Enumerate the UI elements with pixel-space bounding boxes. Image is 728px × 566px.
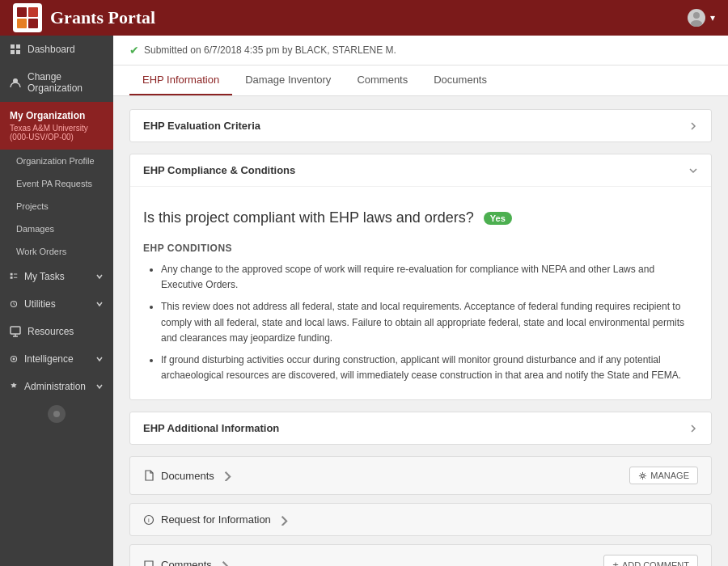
org-profile-label: Organization Profile	[16, 156, 95, 166]
sidebar-dashboard-label: Dashboard	[28, 44, 75, 55]
tab-ehp-information[interactable]: EHP Information	[129, 65, 232, 95]
add-comment-plus: +	[612, 559, 619, 566]
sidebar-change-org-label: Change Organization	[28, 71, 104, 94]
sidebar-item-dashboard[interactable]: Dashboard	[0, 36, 113, 63]
svg-rect-3	[28, 19, 38, 28]
svg-rect-7	[16, 44, 20, 49]
svg-rect-8	[11, 50, 15, 54]
svg-rect-13	[11, 277, 13, 279]
ehp-evaluation-header[interactable]: EHP Evaluation Criteria	[130, 110, 711, 142]
conditions-title: EHP Conditions	[143, 243, 698, 254]
documents-section[interactable]: Documents MANAGE	[129, 456, 712, 495]
sidebar-item-damages[interactable]: Damages	[0, 218, 113, 240]
ehp-evaluation-title: EHP Evaluation Criteria	[143, 120, 260, 132]
sidebar: Dashboard Change Organization My Organiz…	[0, 36, 113, 566]
ehp-additional-title: EHP Additional Information	[143, 422, 279, 434]
manage-label: MANAGE	[650, 471, 689, 480]
user-avatar-icon	[688, 9, 705, 27]
comments-label: Comments	[161, 559, 212, 566]
add-comment-button[interactable]: + ADD COMMENT	[603, 555, 698, 566]
sidebar-item-work-orders[interactable]: Work Orders	[0, 240, 113, 263]
condition-item-1: Any change to the approved scope of work…	[161, 262, 698, 293]
user-chevron-icon: ▾	[710, 12, 715, 23]
svg-point-19	[53, 411, 60, 417]
svg-rect-11	[11, 273, 13, 276]
tab-bar: EHP Information Damage Inventory Comment…	[113, 65, 728, 96]
svg-rect-12	[14, 273, 17, 274]
ehp-compliance-section: EHP Compliance & Conditions Is this proj…	[129, 154, 712, 400]
compliance-question-text: Is this project compliant with EHP laws …	[143, 209, 474, 226]
sidebar-item-my-tasks[interactable]: My Tasks	[0, 263, 113, 290]
svg-rect-14	[14, 277, 17, 278]
intelligence-label: Intelligence	[24, 353, 74, 365]
svg-text:i: i	[148, 517, 150, 524]
gear-icon	[638, 471, 647, 480]
sidebar-item-projects[interactable]: Projects	[0, 195, 113, 218]
svg-rect-16	[11, 327, 20, 334]
sidebar-item-change-org[interactable]: Change Organization	[0, 63, 113, 102]
resources-label: Resources	[28, 326, 74, 337]
projects-label: Projects	[16, 201, 49, 211]
submission-banner: ✔ Submitted on 6/7/2018 4:35 pm by BLACK…	[113, 36, 728, 65]
chevron-down-icon	[688, 166, 698, 175]
sidebar-collapse-button[interactable]	[48, 405, 66, 423]
rfi-section[interactable]: i Request for Information	[129, 503, 712, 536]
documents-label: Documents	[161, 470, 214, 482]
sidebar-item-intelligence[interactable]: Intelligence	[0, 345, 113, 373]
ehp-compliance-body: Is this project compliant with EHP laws …	[130, 186, 711, 399]
comment-icon	[143, 560, 154, 566]
ehp-compliance-title: EHP Compliance & Conditions	[143, 164, 295, 176]
sidebar-my-org[interactable]: My Organization Texas A&M University (00…	[0, 102, 113, 150]
sidebar-item-administration[interactable]: Administration	[0, 373, 113, 400]
tab-comments[interactable]: Comments	[344, 65, 421, 95]
comments-section[interactable]: Comments + ADD COMMENT	[129, 544, 712, 566]
ehp-evaluation-section: EHP Evaluation Criteria	[129, 109, 712, 142]
app-title: Grants Portal	[50, 7, 155, 28]
sidebar-item-event-pa[interactable]: Event PA Requests	[0, 172, 113, 195]
conditions-list: Any change to the approved scope of work…	[143, 262, 698, 383]
svg-rect-0	[17, 7, 27, 17]
utilities-label: Utilities	[24, 298, 56, 310]
ehp-additional-section: EHP Additional Information	[129, 412, 712, 445]
sidebar-item-resources[interactable]: Resources	[0, 318, 113, 345]
comments-chevron-icon	[218, 560, 230, 566]
sidebar-item-org-profile[interactable]: Organization Profile	[0, 150, 113, 172]
add-comment-label: ADD COMMENT	[622, 560, 689, 566]
work-orders-label: Work Orders	[16, 247, 66, 256]
document-icon	[143, 470, 154, 481]
check-icon: ✔	[129, 44, 139, 57]
app-header: Grants Portal ▾	[0, 0, 728, 36]
compliance-question: Is this project compliant with EHP laws …	[143, 209, 698, 226]
rfi-chevron-icon	[277, 514, 289, 526]
chevron-right-icon	[688, 121, 698, 131]
logo-icon	[13, 3, 42, 32]
info-icon: i	[143, 514, 154, 526]
svg-point-5	[691, 20, 702, 27]
submission-text: Submitted on 6/7/2018 4:35 pm by BLACK, …	[144, 44, 396, 56]
event-pa-label: Event PA Requests	[16, 179, 92, 188]
ehp-compliance-header[interactable]: EHP Compliance & Conditions	[130, 154, 711, 186]
svg-point-18	[13, 358, 15, 361]
ehp-additional-header[interactable]: EHP Additional Information	[130, 412, 711, 444]
svg-rect-6	[11, 44, 15, 49]
tab-damage-inventory[interactable]: Damage Inventory	[232, 65, 344, 95]
my-tasks-label: My Tasks	[24, 271, 65, 282]
manage-button[interactable]: MANAGE	[629, 467, 698, 484]
compliance-answer-badge: Yes	[484, 212, 512, 225]
my-org-label: My Organization	[10, 110, 104, 121]
tab-documents[interactable]: Documents	[421, 65, 500, 95]
rfi-label: Request for Information	[161, 513, 271, 526]
chevron-right-icon-2	[688, 424, 698, 433]
condition-item-2: This review does not address all federal…	[161, 299, 698, 346]
main-content: ✔ Submitted on 6/7/2018 4:35 pm by BLACK…	[113, 36, 728, 566]
sidebar-item-utilities[interactable]: Utilities	[0, 290, 113, 318]
org-subtitle: Texas A&M University (000-USV/OP-00)	[10, 124, 104, 142]
documents-chevron-icon	[221, 470, 232, 481]
condition-item-3: If ground disturbing activities occur du…	[161, 353, 698, 383]
user-menu[interactable]: ▾	[688, 9, 715, 27]
svg-point-4	[693, 12, 700, 19]
logo-area: Grants Portal	[13, 3, 155, 32]
damages-label: Damages	[16, 224, 54, 234]
svg-rect-9	[16, 50, 20, 54]
svg-point-20	[641, 474, 645, 477]
